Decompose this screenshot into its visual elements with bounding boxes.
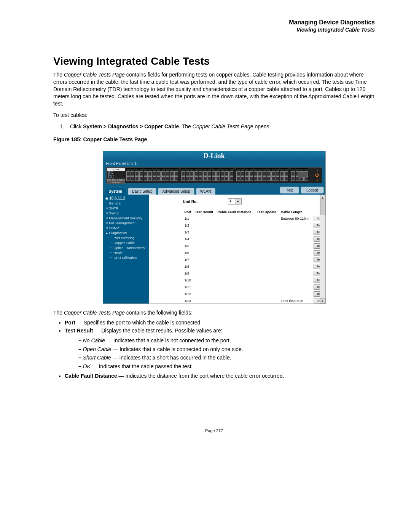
table-cell	[255, 243, 279, 249]
table-cell: 1/7	[183, 256, 194, 263]
page-title: Viewing Integrated Cable Tests	[53, 55, 375, 67]
table-cell	[255, 277, 279, 284]
table-cell	[216, 277, 255, 284]
unit-no-label: Unit No.	[183, 200, 198, 204]
txt: 10.6.11.2	[109, 196, 125, 200]
header-subsection: Viewing Integrated Cable Tests	[53, 27, 375, 33]
table-cell: 1/2	[183, 222, 194, 229]
table-cell	[279, 270, 312, 277]
tree-item[interactable]: ⋯Health	[105, 251, 149, 256]
port-icon	[131, 168, 134, 181]
port-icon	[229, 168, 233, 181]
port-icon	[276, 168, 279, 181]
value-ok: OK — Indicates that the cable passed the…	[78, 362, 375, 371]
tree-item[interactable]: ▾File Management	[105, 221, 149, 226]
brand-bar: D-Link	[103, 151, 325, 161]
nav-path: System > Diagnostics > Copper Cable	[83, 123, 179, 129]
table-cell: 1/5	[183, 243, 194, 249]
ports-arrows-icon: ↑⟳↓	[315, 169, 320, 181]
footer-rule	[53, 426, 375, 426]
tree-item[interactable]: ⋯General	[105, 201, 149, 206]
port-icon	[245, 168, 249, 181]
table-cell: 1/9	[183, 270, 194, 277]
device-info-box: D-Link PWR ● RPS ● Fan 1 ● Fan 2 ● DXS-3…	[107, 168, 125, 183]
tree-item[interactable]: ⋯Optical Transceivers	[105, 246, 149, 251]
port-icon	[254, 168, 258, 181]
column-header: Port	[183, 209, 194, 215]
port-icon	[126, 168, 130, 181]
table-cell: 1/1	[183, 215, 194, 222]
tab-wlan[interactable]: WLAN	[196, 188, 215, 195]
port-icon	[225, 168, 229, 181]
table-cell	[279, 243, 312, 249]
table-cell	[216, 249, 255, 256]
table-cell	[216, 243, 255, 249]
table-cell	[193, 263, 216, 270]
port-icon	[212, 168, 216, 181]
table-cell	[255, 236, 279, 243]
table-row: 1/1Between 80-110mTest	[183, 215, 325, 222]
front-panel-label: Front Panel Unit 1:	[103, 161, 325, 166]
table-cell	[193, 236, 216, 243]
value-no-cable: No Cable — Indicates that a cable is not…	[78, 336, 375, 345]
table-cell	[193, 249, 216, 256]
header-section: Managing Device Diagnostics	[53, 19, 375, 26]
dlink-logo: D-Link	[203, 152, 225, 160]
field-cable-fault-distance: Cable Fault Distance — Indicates the dis…	[65, 372, 375, 380]
port-icon	[221, 168, 225, 181]
tree-item[interactable]: ▸Diagnostics	[105, 231, 149, 236]
tab-basic-setup[interactable]: Basic Setup	[128, 188, 156, 195]
table-row: 1/12Test	[183, 291, 325, 297]
table-cell	[279, 222, 312, 229]
table-cell: 1/4	[183, 236, 194, 243]
table-cell	[279, 249, 312, 256]
txt: opens:	[253, 123, 271, 129]
tree-item[interactable]: ▾SNMP	[105, 226, 149, 231]
txt: Copper Cable Tests Page	[193, 123, 253, 129]
table-row: 1/9Test	[183, 270, 325, 277]
field-test-result: Test Result — Displays the cable test re…	[65, 327, 375, 371]
scroll-down-icon[interactable]: ▾	[320, 298, 325, 304]
port-icon	[236, 168, 240, 181]
table-cell	[216, 263, 255, 270]
txt: Copper Cable Tests Page	[64, 72, 125, 78]
table-cell: 1/6	[183, 249, 194, 256]
table-cell	[255, 215, 279, 222]
port-icon	[174, 168, 178, 181]
tree-item[interactable]: ⋯CPU Utilization	[105, 256, 149, 260]
port-icon	[153, 168, 156, 181]
results-table: PortTest ResultCable Fault DistanceLast …	[183, 209, 325, 304]
tab-system[interactable]: System	[105, 188, 127, 195]
scroll-thumb[interactable]	[320, 200, 325, 215]
txt: contains the following fields:	[125, 310, 193, 316]
table-cell	[255, 263, 279, 270]
logout-button[interactable]: Logout	[301, 187, 324, 193]
vertical-scrollbar[interactable]: ▴ ▾	[320, 195, 325, 304]
table-cell: 1/8	[183, 263, 194, 270]
tab-advanced-setup[interactable]: Advanced Setup	[158, 188, 194, 195]
tree-item[interactable]: ▾Management Security	[105, 216, 149, 221]
table-cell	[279, 229, 312, 236]
table-cell	[255, 222, 279, 229]
help-button[interactable]: Help	[280, 187, 299, 193]
unit-no-select[interactable]: 1	[228, 198, 242, 204]
table-cell: 1/13	[183, 297, 194, 304]
tree-item[interactable]: ▾SNTP	[105, 206, 149, 211]
tab-bar: System Basic Setup Advanced Setup WLAN H…	[103, 185, 325, 195]
table-cell	[255, 256, 279, 263]
tree-item-copper-cable[interactable]: ⋯Copper Cable	[105, 241, 149, 246]
port-icon	[280, 168, 284, 181]
port-icon	[258, 168, 262, 181]
table-row: 1/11Test	[183, 284, 325, 291]
tree-item[interactable]: ▾Syslog	[105, 211, 149, 216]
to-test-cables: To test cables:	[53, 112, 375, 119]
table-cell	[279, 256, 312, 263]
table-cell	[193, 297, 216, 304]
value-open-cable: Open Cable — Indicates that a cable is c…	[78, 345, 375, 353]
table-cell: 1/12	[183, 291, 194, 297]
scroll-up-icon[interactable]: ▴	[320, 195, 325, 200]
port-icon	[241, 168, 244, 181]
column-header: Last Update	[255, 209, 279, 215]
tree-item[interactable]: ⋯Port Mirroring	[105, 236, 149, 241]
table-cell	[216, 236, 255, 243]
